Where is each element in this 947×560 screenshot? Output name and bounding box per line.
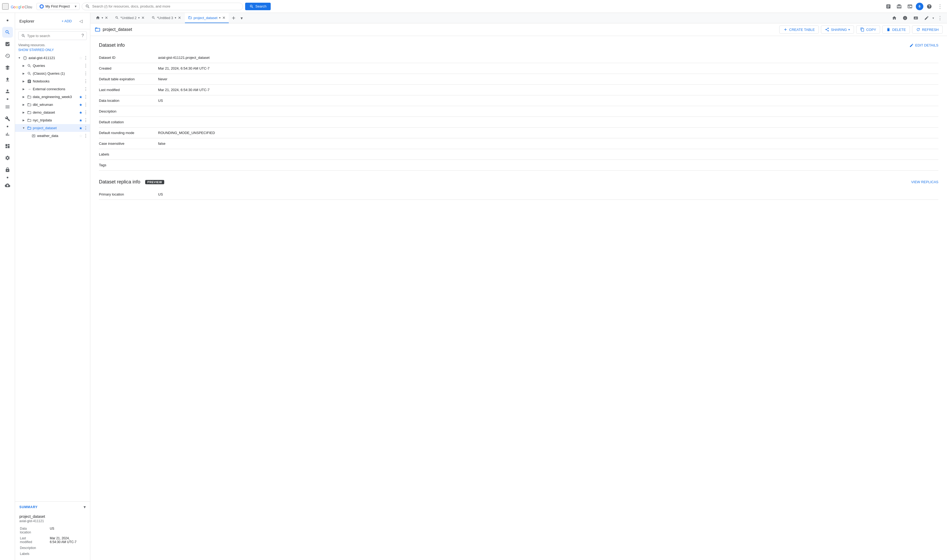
nyc-chevron[interactable] xyxy=(22,118,26,123)
rail-icon-analytics[interactable] xyxy=(2,38,13,49)
docs-icon-btn[interactable] xyxy=(884,2,893,11)
home-tab-dropdown[interactable]: ▾ xyxy=(102,16,103,20)
delete-btn[interactable]: DELETE xyxy=(882,26,910,34)
root-more[interactable]: ⋮ xyxy=(83,55,88,60)
dbt-star[interactable]: ★ xyxy=(79,103,83,107)
rail-icon-deploy[interactable] xyxy=(2,74,13,85)
dbt-chevron[interactable] xyxy=(22,103,26,107)
untitled2-dropdown[interactable]: ▾ xyxy=(138,16,140,20)
more-options-btn[interactable]: ⋮ xyxy=(935,2,945,11)
project-selector[interactable]: My First Project ▾ xyxy=(37,3,80,10)
create-table-btn[interactable]: CREATE TABLE xyxy=(779,26,819,34)
untitled3-close[interactable]: ✕ xyxy=(178,15,181,20)
explorer-search-input[interactable] xyxy=(27,34,80,38)
data-eng-star[interactable]: ★ xyxy=(79,95,83,99)
rail-icon-dashboard[interactable] xyxy=(2,141,13,151)
rail-icon-graph[interactable] xyxy=(2,62,13,73)
rail-icon-barchart[interactable] xyxy=(2,129,13,140)
search-button[interactable]: Search xyxy=(245,3,271,10)
rail-icon-tools[interactable] xyxy=(2,113,13,124)
data-eng-more[interactable]: ⋮ xyxy=(83,94,88,99)
show-starred-button[interactable]: SHOW STARRED ONLY xyxy=(15,48,90,54)
tab-info-btn[interactable] xyxy=(900,13,910,23)
classic-queries-more[interactable]: ⋮ xyxy=(83,71,88,76)
sharing-dropdown-icon[interactable]: ▾ xyxy=(848,28,850,31)
rail-icon-lock[interactable] xyxy=(2,165,13,175)
tree-item-external-connections[interactable]: → External connections ⋮ xyxy=(15,85,90,93)
rail-icon-dot1[interactable] xyxy=(2,15,13,26)
weather-star[interactable]: ☆ xyxy=(79,134,83,138)
search-input[interactable] xyxy=(92,4,239,8)
terminal-icon-btn[interactable] xyxy=(905,2,915,11)
data-eng-chevron[interactable] xyxy=(22,95,26,99)
hamburger-menu[interactable] xyxy=(2,3,9,10)
queries-more[interactable]: ⋮ xyxy=(83,63,88,68)
classic-queries-chevron[interactable] xyxy=(22,71,26,76)
sharing-btn[interactable]: SHARING ▾ xyxy=(821,26,854,34)
dbt-more[interactable]: ⋮ xyxy=(83,102,88,107)
copy-btn[interactable]: COPY xyxy=(856,26,880,34)
refresh-btn[interactable]: REFRESH xyxy=(912,26,943,34)
demo-more[interactable]: ⋮ xyxy=(83,110,88,115)
explorer-collapse-btn[interactable]: ◁ xyxy=(76,16,86,26)
tree-item-queries[interactable]: Queries ⋮ xyxy=(15,62,90,69)
rail-icon-history[interactable] xyxy=(2,51,13,61)
tree-item-notebooks[interactable]: Notebooks ⋮ xyxy=(15,77,90,85)
tab-edit-dropdown[interactable]: ▾ xyxy=(933,16,934,20)
tree-item-weather-data[interactable]: weather_data ☆ ⋮ xyxy=(15,132,90,140)
tab-edit-btn[interactable] xyxy=(922,13,932,23)
untitled3-dropdown[interactable]: ▾ xyxy=(175,16,176,20)
rail-icon-upload[interactable] xyxy=(2,180,13,191)
project-dataset-close[interactable]: ✕ xyxy=(222,15,225,20)
project-dataset-chevron[interactable] xyxy=(22,126,26,130)
add-button[interactable]: + ADD xyxy=(59,18,74,24)
nyc-star[interactable]: ★ xyxy=(79,118,83,123)
search-help-icon[interactable]: ? xyxy=(82,33,84,38)
project-dataset-more[interactable]: ⋮ xyxy=(83,125,88,131)
tab-home-icon-btn[interactable] xyxy=(890,13,899,23)
rail-icon-person[interactable] xyxy=(2,86,13,97)
notebooks-more[interactable]: ⋮ xyxy=(83,79,88,84)
tab-untitled3[interactable]: *Untitled 3 ▾ ✕ xyxy=(148,13,184,23)
tab-project-dataset[interactable]: project_dataset ▾ ✕ xyxy=(185,13,229,23)
tree-item-classic-queries[interactable]: (Classic) Queries (1) ⋮ xyxy=(15,69,90,77)
root-star[interactable]: ☆ xyxy=(79,56,83,60)
tree-item-dbt-wtruman[interactable]: dbt_wtruman ★ ⋮ xyxy=(15,101,90,109)
notification-badge[interactable]: 6 xyxy=(916,3,923,10)
gift-icon-btn[interactable] xyxy=(894,2,904,11)
explorer-search-box: ? xyxy=(18,31,87,40)
tree-item-nyc-tripdata[interactable]: nyc_tripdata ★ ⋮ xyxy=(15,116,90,124)
tab-home[interactable]: ▾ ✕ xyxy=(93,13,111,23)
nyc-more[interactable]: ⋮ xyxy=(83,118,88,123)
tree-item-data-engineering[interactable]: data_engineering_week3 ★ ⋮ xyxy=(15,93,90,101)
help-icon-btn[interactable] xyxy=(924,2,934,11)
queries-chevron[interactable] xyxy=(22,64,26,68)
tree-item-project-dataset[interactable]: project_dataset ★ ⋮ xyxy=(15,124,90,132)
rail-icon-search[interactable] xyxy=(2,27,13,38)
weather-icon xyxy=(31,134,36,138)
tree-item-root[interactable]: axial-gist-411121 ☆ ⋮ xyxy=(15,54,90,62)
ext-conn-chevron[interactable] xyxy=(22,87,26,91)
summary-header[interactable]: SUMMARY ▾ xyxy=(15,502,90,512)
project-dataset-dropdown[interactable]: ▾ xyxy=(219,16,221,20)
project-dataset-star[interactable]: ★ xyxy=(79,126,83,130)
notebooks-chevron[interactable] xyxy=(22,79,26,83)
tab-more-btn[interactable]: ⋮ xyxy=(935,13,945,23)
weather-more[interactable]: ⋮ xyxy=(83,133,88,138)
ext-conn-more[interactable]: ⋮ xyxy=(83,86,88,92)
rail-icon-settings[interactable] xyxy=(2,152,13,163)
untitled2-close[interactable]: ✕ xyxy=(141,15,145,20)
view-replicas-btn[interactable]: VIEW REPLICAS xyxy=(911,180,938,184)
edit-details-btn[interactable]: EDIT DETAILS xyxy=(909,43,938,48)
home-tab-close[interactable]: ✕ xyxy=(105,15,108,20)
tab-keyboard-btn[interactable] xyxy=(911,13,921,23)
root-chevron[interactable] xyxy=(17,56,22,60)
tab-add-button[interactable] xyxy=(229,14,238,22)
demo-star[interactable]: ★ xyxy=(79,111,83,115)
tab-untitled2[interactable]: *Untitled 2 ▾ ✕ xyxy=(112,13,148,23)
root-label: axial-gist-411121 xyxy=(28,56,78,60)
tree-item-demo-dataset[interactable]: demo_dataset ★ ⋮ xyxy=(15,109,90,116)
rail-icon-list[interactable] xyxy=(2,102,13,112)
tab-more-options[interactable]: ▾ xyxy=(239,15,244,21)
demo-chevron[interactable] xyxy=(22,111,26,115)
